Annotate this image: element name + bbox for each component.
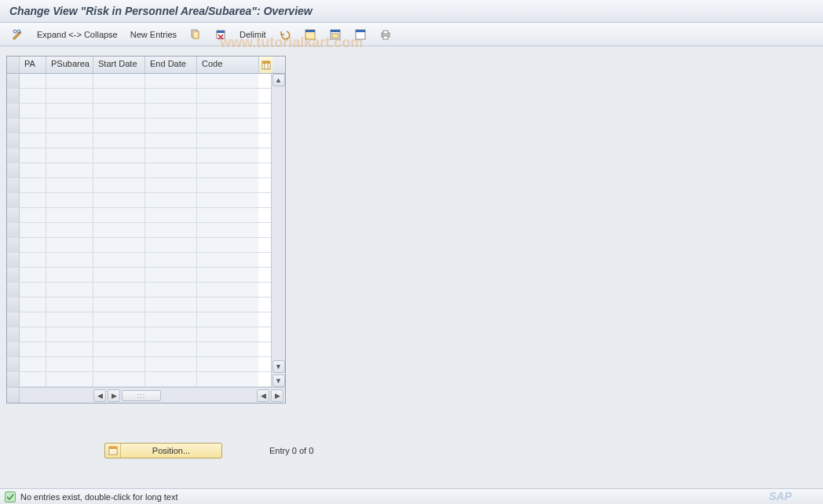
cell-pa[interactable]	[20, 253, 46, 267]
cell-code[interactable]	[197, 89, 258, 103]
cell-psubarea[interactable]	[46, 342, 93, 356]
row-selector[interactable]	[7, 238, 20, 252]
table-row[interactable]	[7, 238, 271, 253]
row-selector[interactable]	[7, 133, 20, 148]
cell-start-date[interactable]	[93, 104, 145, 118]
table-row[interactable]	[7, 163, 271, 178]
cell-code[interactable]	[197, 342, 258, 356]
cell-code[interactable]	[197, 298, 258, 312]
cell-pa[interactable]	[20, 223, 46, 237]
cell-start-date[interactable]	[93, 238, 145, 252]
deselect-all-button[interactable]	[350, 26, 371, 43]
row-selector[interactable]	[7, 283, 20, 297]
column-header-pa[interactable]: PA	[20, 57, 46, 73]
scroll-down-button-2[interactable]: ▼	[273, 374, 285, 387]
row-selector[interactable]	[7, 193, 20, 207]
vertical-scrollbar[interactable]: ▲ ▼ ▼	[271, 74, 285, 387]
table-row[interactable]	[7, 223, 271, 238]
cell-start-date[interactable]	[93, 178, 145, 192]
cell-end-date[interactable]	[145, 74, 197, 88]
scroll-thumb-left[interactable]: :::	[122, 390, 161, 401]
cell-start-date[interactable]	[93, 268, 145, 282]
row-selector[interactable]	[7, 327, 20, 341]
row-selector[interactable]	[7, 372, 20, 386]
cell-pa[interactable]	[20, 357, 46, 371]
cell-psubarea[interactable]	[46, 119, 93, 133]
cell-pa[interactable]	[20, 312, 46, 327]
cell-pa[interactable]	[20, 268, 46, 282]
position-button[interactable]: Position...	[104, 443, 222, 458]
cell-code[interactable]	[197, 238, 258, 252]
scroll-down-button[interactable]: ▼	[273, 360, 285, 373]
table-row[interactable]	[7, 327, 271, 342]
undo-button[interactable]	[275, 26, 295, 43]
cell-start-date[interactable]	[93, 119, 145, 133]
cell-start-date[interactable]	[93, 208, 145, 222]
cell-start-date[interactable]	[93, 89, 145, 103]
cell-end-date[interactable]	[145, 312, 197, 327]
cell-psubarea[interactable]	[46, 298, 93, 312]
cell-pa[interactable]	[20, 193, 46, 207]
cell-end-date[interactable]	[145, 119, 197, 133]
cell-start-date[interactable]	[93, 253, 145, 267]
status-message[interactable]: No entries exist, double-click for long …	[20, 492, 178, 502]
cell-pa[interactable]	[20, 372, 46, 386]
cell-code[interactable]	[197, 223, 258, 237]
cell-end-date[interactable]	[145, 253, 197, 267]
cell-code[interactable]	[197, 312, 258, 327]
cell-psubarea[interactable]	[46, 268, 93, 282]
row-selector[interactable]	[7, 342, 20, 356]
cell-end-date[interactable]	[145, 283, 197, 297]
cell-end-date[interactable]	[145, 208, 197, 222]
cell-psubarea[interactable]	[46, 89, 93, 103]
cell-end-date[interactable]	[145, 357, 197, 371]
scroll-up-button[interactable]: ▲	[273, 74, 285, 86]
cell-code[interactable]	[197, 133, 258, 148]
row-selector[interactable]	[7, 163, 20, 177]
cell-start-date[interactable]	[93, 193, 145, 207]
row-selector[interactable]	[7, 148, 20, 163]
cell-psubarea[interactable]	[46, 193, 93, 207]
table-row[interactable]	[7, 208, 271, 223]
cell-pa[interactable]	[20, 327, 46, 341]
cell-pa[interactable]	[20, 133, 46, 148]
cell-end-date[interactable]	[145, 133, 197, 148]
cell-pa[interactable]	[20, 298, 46, 312]
table-row[interactable]	[7, 74, 271, 89]
cell-code[interactable]	[197, 74, 258, 88]
delimit-button[interactable]: Delimit	[236, 27, 270, 42]
row-selector[interactable]	[7, 178, 20, 192]
cell-end-date[interactable]	[145, 342, 197, 356]
cell-psubarea[interactable]	[46, 148, 93, 163]
table-row[interactable]	[7, 357, 271, 372]
cell-pa[interactable]	[20, 238, 46, 252]
cell-code[interactable]	[197, 327, 258, 341]
cell-code[interactable]	[197, 253, 258, 267]
cell-code[interactable]	[197, 163, 258, 177]
cell-start-date[interactable]	[93, 312, 145, 327]
cell-psubarea[interactable]	[46, 357, 93, 371]
cell-psubarea[interactable]	[46, 283, 93, 297]
row-selector[interactable]	[7, 74, 20, 88]
column-header-psubarea[interactable]: PSubarea	[46, 57, 93, 73]
cell-pa[interactable]	[20, 89, 46, 103]
table-row[interactable]	[7, 253, 271, 268]
cell-pa[interactable]	[20, 283, 46, 297]
cell-pa[interactable]	[20, 148, 46, 163]
cell-start-date[interactable]	[93, 74, 145, 88]
cell-end-date[interactable]	[145, 104, 197, 118]
row-selector[interactable]	[7, 104, 20, 118]
cell-end-date[interactable]	[145, 298, 197, 312]
expand-collapse-button[interactable]: Expand <-> Collapse	[33, 27, 122, 42]
table-row[interactable]	[7, 133, 271, 148]
row-selector[interactable]	[7, 208, 20, 222]
cell-code[interactable]	[197, 119, 258, 133]
cell-code[interactable]	[197, 357, 258, 371]
cell-code[interactable]	[197, 372, 258, 386]
cell-pa[interactable]	[20, 119, 46, 133]
cell-pa[interactable]	[20, 163, 46, 177]
table-row[interactable]	[7, 193, 271, 208]
column-config-button[interactable]	[258, 57, 273, 73]
cell-pa[interactable]	[20, 342, 46, 356]
cell-end-date[interactable]	[145, 163, 197, 177]
